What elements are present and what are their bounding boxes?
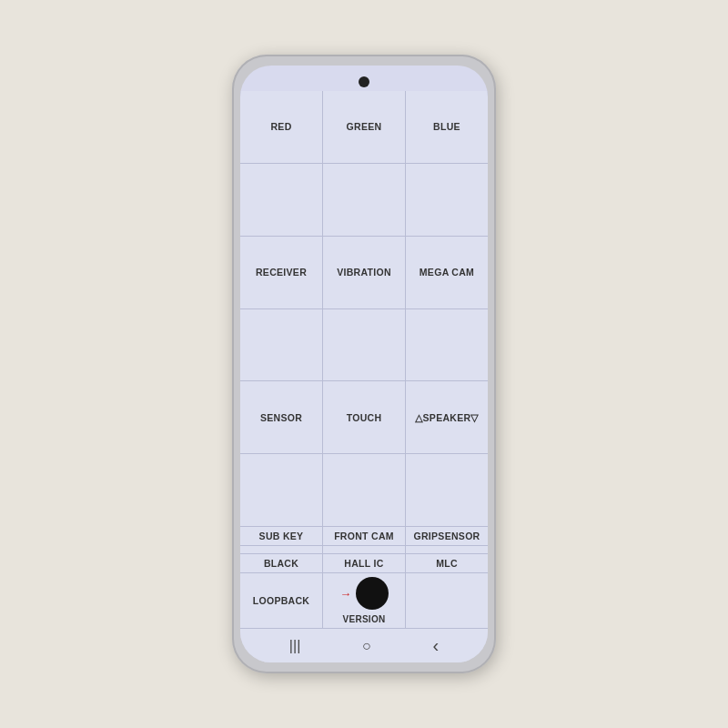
cell-empty-12: [406, 546, 488, 553]
cell-mega-cam[interactable]: MEGA CAM: [406, 237, 488, 308]
front-camera-hole: [359, 76, 369, 87]
version-circle: [356, 577, 389, 610]
back-icon[interactable]: ‹: [432, 635, 439, 656]
cell-empty-9: [406, 454, 488, 526]
cell-front-cam[interactable]: FRONT CAM: [323, 527, 405, 545]
cell-empty-1: [240, 164, 322, 236]
cell-grip-sensor[interactable]: GRIPSENSOR: [406, 527, 488, 545]
cell-empty-5: [323, 309, 405, 381]
cell-empty-6: [406, 309, 488, 381]
cell-loopback[interactable]: LOOPBACK: [240, 573, 322, 628]
cell-empty-3: [406, 164, 488, 236]
cell-speaker[interactable]: △SPEAKER▽: [406, 381, 488, 453]
cell-hall-ic[interactable]: HALL IC: [323, 554, 405, 572]
cell-red[interactable]: RED: [240, 91, 322, 163]
cell-empty-11: [323, 546, 405, 553]
cell-version[interactable]: → VERSION: [323, 573, 405, 628]
cell-empty-13: [406, 573, 488, 628]
phone-screen: RED GREEN BLUE RECEIVER VIBRATION MEGA C…: [240, 66, 488, 662]
cell-blue[interactable]: BLUE: [406, 91, 488, 163]
cell-empty-4: [240, 309, 322, 381]
cell-mlc[interactable]: MLC: [406, 554, 488, 572]
cell-touch[interactable]: TOUCH: [323, 381, 405, 453]
cell-empty-7: [240, 454, 322, 526]
phone-device: RED GREEN BLUE RECEIVER VIBRATION MEGA C…: [232, 55, 496, 673]
cell-vibration[interactable]: VIBRATION: [323, 237, 405, 308]
cell-sensor[interactable]: SENSOR: [240, 381, 322, 453]
red-arrow-icon: →: [339, 587, 351, 601]
home-icon[interactable]: ○: [362, 638, 371, 654]
cell-empty-2: [323, 164, 405, 236]
cell-empty-10: [240, 546, 322, 553]
cell-black[interactable]: BLACK: [240, 554, 322, 572]
cell-sub-key[interactable]: SUB KEY: [240, 527, 322, 545]
cell-empty-8: [323, 454, 405, 526]
test-menu-grid: RED GREEN BLUE RECEIVER VIBRATION MEGA C…: [240, 91, 488, 628]
navigation-bar: ||| ○ ‹: [240, 628, 488, 662]
cell-receiver[interactable]: RECEIVER: [240, 237, 322, 308]
cell-green[interactable]: GREEN: [323, 91, 405, 163]
recent-apps-icon[interactable]: |||: [289, 638, 300, 654]
